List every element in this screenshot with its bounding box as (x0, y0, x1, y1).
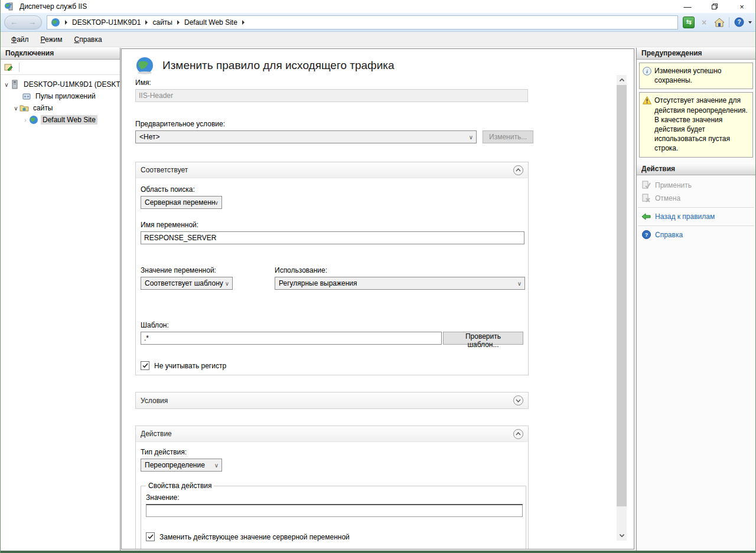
collapse-icon[interactable]: ∨ (12, 105, 19, 112)
stop-button[interactable]: × (698, 17, 710, 28)
server-icon (10, 80, 19, 89)
scope-label: Область поиска: (141, 185, 523, 194)
actions-separator (638, 225, 754, 226)
collapse-section-button[interactable] (513, 429, 523, 439)
tree-item-sites[interactable]: ∨ сайты (1, 102, 120, 114)
cancel-action[interactable]: Отмена (637, 192, 755, 205)
info-icon: i (643, 67, 651, 76)
breadcrumb-default-web-site[interactable]: Default Web Site (184, 18, 237, 27)
using-select[interactable]: Регулярные выражения ∨ (275, 277, 525, 290)
globe-icon (51, 18, 60, 27)
action-value-input[interactable] (146, 504, 523, 517)
alerts-header: Предупреждения (637, 48, 755, 60)
iis-manager-window: Диспетчер служб IIS — × ← → DESKTOP-U1MK… (0, 0, 756, 553)
variable-value-label: Значение переменной: (141, 266, 233, 274)
cancel-icon (641, 194, 651, 203)
precondition-label: Предварительное условие: (135, 120, 634, 128)
help-button[interactable]: ? (733, 17, 745, 28)
connections-header: Подключения (1, 48, 120, 60)
collapse-icon[interactable]: ∨ (3, 81, 10, 88)
connections-toolbar (1, 60, 120, 75)
action-type-select[interactable]: Переопределение ∨ (141, 459, 222, 472)
menu-help[interactable]: Справка (70, 34, 107, 45)
breadcrumb-sites[interactable]: сайты (152, 18, 172, 27)
action-value-label: Значение: (146, 493, 521, 502)
chevron-down-icon: ∨ (214, 462, 219, 469)
back-to-rules-label: Назад к правилам (655, 212, 715, 221)
create-connection-icon[interactable] (4, 63, 13, 72)
expand-icon[interactable]: › (22, 117, 29, 123)
actions-header: Действия (637, 163, 755, 175)
svg-text:?: ? (737, 19, 741, 25)
back-button[interactable]: ← (10, 18, 18, 27)
scroll-down-icon[interactable] (617, 531, 627, 541)
menu-file[interactable]: Файл (6, 34, 34, 45)
conditions-section-title: Условия (141, 397, 168, 405)
precondition-select[interactable]: <Нет> ∨ (135, 130, 477, 143)
scrollbar-thumb[interactable] (617, 85, 627, 506)
action-type-label: Тип действия: (141, 448, 523, 456)
chevron-down-icon: ∨ (214, 199, 219, 206)
collapse-section-button[interactable] (513, 165, 523, 175)
refresh-button[interactable]: ⇆ (683, 17, 695, 28)
svg-text:?: ? (644, 232, 648, 238)
menu-bar: Файл Режим Справка (1, 32, 755, 47)
apply-label: Применить (655, 181, 692, 189)
window-bottom-border (1, 551, 755, 553)
help-action[interactable]: ? Справка (637, 228, 755, 241)
minimize-button[interactable]: — (674, 0, 701, 13)
actions-separator (638, 207, 754, 208)
chevron-down-icon: ∨ (225, 280, 229, 287)
breadcrumb-separator-icon (242, 20, 245, 25)
info-notice-text: Изменения успешно сохранены. (654, 66, 749, 85)
tree-item-label-selected[interactable]: Default Web Site (41, 115, 97, 125)
info-notice: i Изменения успешно сохранены. (639, 63, 753, 89)
scope-value: Серверная переменн (145, 198, 215, 207)
pattern-label: Шаблон: (141, 321, 523, 329)
back-to-rules-action[interactable]: Назад к правилам (637, 210, 755, 223)
conditions-section: Условия (135, 392, 529, 409)
test-pattern-button[interactable]: Проверить шаблон... (443, 332, 523, 345)
breadcrumb-separator-icon (177, 20, 180, 25)
sites-folder-icon (19, 103, 29, 113)
home-button[interactable] (713, 17, 725, 28)
using-label: Использование: (275, 266, 525, 274)
expand-section-button[interactable] (513, 395, 523, 405)
scope-select[interactable]: Серверная переменн ∨ (141, 196, 222, 209)
menu-view[interactable]: Режим (36, 34, 67, 45)
scroll-up-icon[interactable] (617, 75, 627, 85)
vertical-scrollbar[interactable] (617, 75, 627, 541)
variable-value-select[interactable]: Соответствует шаблону ∨ (141, 277, 233, 290)
tree-item-server[interactable]: ∨ DESKTOP-U1MK9D1 (DESKTOI (1, 78, 120, 90)
variable-name-label: Имя переменной: (141, 221, 523, 229)
tree-item-label[interactable]: сайты (31, 103, 55, 113)
replace-value-checkbox[interactable] (146, 532, 155, 541)
tree-item-label[interactable]: DESKTOP-U1MK9D1 (DESKTOI (22, 80, 120, 89)
forward-button[interactable]: → (28, 18, 36, 27)
name-input (135, 89, 528, 102)
help-dropdown-icon[interactable] (748, 21, 752, 24)
tree-item-default-web-site[interactable]: › Default Web Site (1, 114, 120, 126)
close-button[interactable]: × (728, 0, 755, 13)
edit-precondition-button[interactable]: Изменить... (483, 130, 533, 143)
tree-item-app-pools[interactable]: Пулы приложений (1, 90, 120, 102)
tree-item-label[interactable]: Пулы приложений (34, 91, 97, 101)
page-title: Изменить правило для исходящего трафика (162, 59, 395, 72)
apply-action[interactable]: Применить (637, 179, 755, 192)
pattern-input[interactable] (141, 332, 442, 345)
application-pools-icon (22, 91, 31, 101)
restore-icon (712, 4, 718, 9)
using-value: Регулярные выражения (279, 279, 357, 287)
action-type-value: Переопределение (145, 461, 205, 469)
variable-value: Соответствует шаблону (145, 279, 223, 287)
replace-value-label: Заменить действующее значение серверной … (159, 533, 350, 541)
name-label: Имя: (135, 78, 634, 87)
variable-name-input[interactable] (141, 231, 524, 244)
breadcrumb-server[interactable]: DESKTOP-U1MK9D1 (72, 18, 141, 27)
breadcrumb[interactable]: DESKTOP-U1MK9D1 сайты Default Web Site (47, 15, 678, 30)
checkmark-icon (148, 534, 154, 539)
breadcrumb-separator-icon (65, 20, 67, 25)
ignore-case-checkbox[interactable] (141, 361, 149, 370)
restore-button[interactable] (701, 0, 728, 13)
warning-notice-text: Отсутствует значение для действия переоп… (654, 96, 749, 153)
